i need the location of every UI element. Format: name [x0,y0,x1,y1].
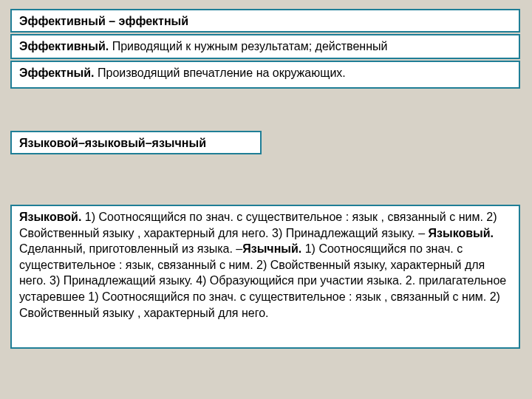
def-yazykovoy: 1) Соотносящийся по знач. с существитель… [19,211,497,239]
def-yazykovyy: Сделанный, приготовленный из языка. – [19,242,242,255]
definition-box-effektny: Эффектный. Производящий впечатление на о… [10,61,520,89]
slide-canvas: Эффективный – эффектный Эффективный. При… [10,9,522,390]
definition-box-yazyk: Языковой. 1) Соотносящийся по знач. с су… [10,205,520,349]
definition-box-effektivny: Эффективный. Приводящий к нужным результ… [10,34,520,59]
def-effektivny: Приводящий к нужным результатам; действе… [109,40,387,52]
term-effektny: Эффектный. [19,66,95,79]
term-yazykovyy: Языковый. [429,227,494,239]
def-effektny: Производящий впечатление на окружающих. [95,66,346,79]
heading-2-text: Языковой–языковый–язычный [19,137,206,149]
term-effektivny: Эффективный. [19,40,109,52]
term-yazychny: Язычный. [242,242,301,255]
term-yazykovoy: Языковой. [19,211,81,223]
heading-box-1: Эффективный – эффектный [10,9,520,33]
heading-box-2: Языковой–языковый–язычный [10,131,262,154]
heading-1-text: Эффективный – эффектный [19,15,188,27]
